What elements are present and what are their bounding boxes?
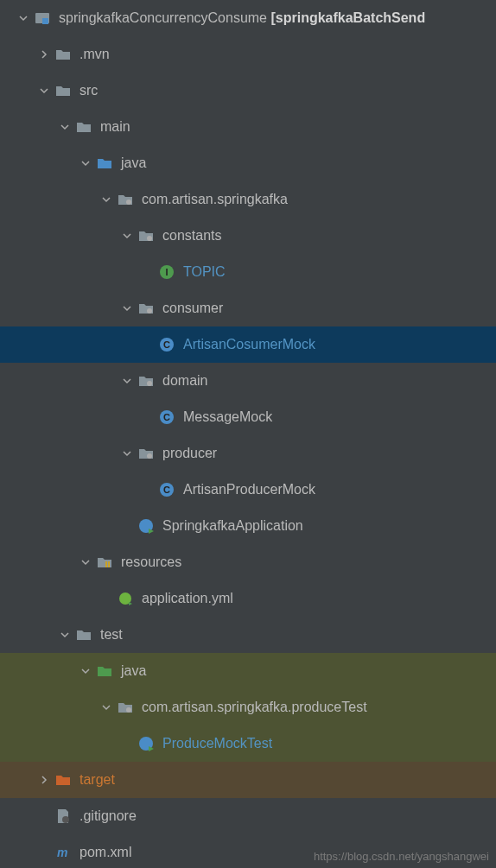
chevron-right-icon (40, 50, 48, 59)
svg-text:C: C (163, 412, 170, 422)
tree-item-label: producer (162, 446, 217, 461)
tree-item-label: SpringkafkaApplication (162, 518, 303, 534)
chevron-down-icon (123, 377, 131, 385)
tree-item-constants[interactable]: constants (0, 218, 496, 254)
source-folder-icon (97, 155, 112, 171)
svg-text:m: m (57, 846, 67, 859)
tree-item-label: consumer (162, 301, 223, 316)
svg-point-2 (126, 200, 131, 205)
tree-item-label: domain (162, 373, 207, 389)
package-icon (138, 446, 154, 461)
svg-point-12 (147, 453, 152, 459)
svg-text:C: C (163, 339, 170, 350)
tree-item-main[interactable]: main (0, 109, 496, 145)
tree-item-label: ArtisanProducerMock (183, 482, 315, 497)
tree-item-label: .mvn (79, 47, 110, 62)
chevron-down-icon (60, 630, 69, 639)
test-folder-icon (97, 663, 112, 679)
tree-item-domain[interactable]: domain (0, 363, 496, 399)
interface-icon: I (159, 264, 175, 280)
svg-text:I: I (165, 267, 168, 277)
tree-item-target[interactable]: target (0, 762, 496, 798)
tree-item-gitignore[interactable]: .gitignore (0, 798, 496, 834)
tree-item-label: java (121, 155, 146, 171)
tree-item-message-mock[interactable]: C MessageMock (0, 399, 496, 435)
package-icon (138, 228, 154, 244)
folder-icon (76, 119, 92, 135)
tree-item-label: .gitignore (79, 808, 137, 824)
tree-item-src[interactable]: src (0, 73, 496, 109)
tree-item-produce-mock-test[interactable]: ProduceMockTest (0, 725, 496, 762)
file-icon (55, 808, 71, 824)
tree-item-producer[interactable]: producer (0, 435, 496, 472)
tree-item-label: com.artisan.springkafka (142, 192, 288, 207)
tree-item-springkafka-application[interactable]: SpringkafkaApplication (0, 508, 496, 544)
folder-icon (55, 47, 71, 62)
chevron-down-icon (81, 558, 90, 567)
tree-item-label: application.yml (142, 591, 233, 606)
tree-item-label: target (79, 772, 115, 788)
folder-icon (55, 83, 71, 98)
package-icon (138, 301, 154, 316)
tree-item-package[interactable]: com.artisan.springkafka (0, 181, 496, 218)
svg-point-3 (147, 236, 152, 241)
tree-item-artisan-consumer-mock[interactable]: C ArtisanCosumerMock (0, 326, 496, 363)
folder-icon (76, 627, 92, 643)
chevron-down-icon (123, 231, 131, 240)
chevron-right-icon (40, 776, 48, 784)
tree-item-test-package[interactable]: com.artisan.springkafka.produceTest (0, 689, 496, 725)
tree-item-consumer[interactable]: consumer (0, 290, 496, 326)
chevron-down-icon (123, 304, 131, 313)
tree-item-label: MessageMock (183, 409, 272, 425)
svg-rect-17 (108, 561, 110, 567)
svg-point-19 (126, 707, 131, 713)
chevron-down-icon (81, 159, 90, 168)
class-icon: C (159, 409, 175, 425)
svg-text:C: C (163, 485, 170, 495)
svg-point-9 (147, 381, 152, 386)
tree-item-label: springkafkaConcurrencyConsume (59, 10, 267, 26)
tree-item-label: ProduceMockTest (162, 736, 272, 751)
package-icon (118, 192, 133, 207)
tree-item-label: src (79, 83, 98, 98)
svg-point-21 (62, 816, 69, 823)
class-icon: C (159, 482, 175, 497)
chevron-down-icon (81, 667, 90, 675)
class-icon: C (159, 337, 175, 352)
run-class-icon (138, 736, 154, 751)
tree-item-artisan-producer-mock[interactable]: C ArtisanProducerMock (0, 472, 496, 508)
tree-item-topic[interactable]: I TOPIC (0, 254, 496, 290)
tree-item-java[interactable]: java (0, 145, 496, 181)
tree-item-resources[interactable]: resources (0, 544, 496, 580)
tree-item-label: constants (162, 228, 221, 244)
svg-rect-16 (105, 561, 107, 567)
chevron-down-icon (19, 14, 28, 22)
resources-folder-icon (97, 554, 112, 570)
run-class-icon (138, 518, 154, 534)
package-icon (138, 373, 154, 389)
tree-item-label: test (100, 627, 123, 643)
tree-item-application-yml[interactable]: application.yml (0, 580, 496, 617)
tree-item-suffix: [springkafkaBatchSend (270, 10, 425, 26)
package-icon (118, 700, 133, 715)
svg-rect-1 (42, 18, 48, 24)
tree-item-label: java (121, 663, 146, 679)
tree-item-test-java[interactable]: java (0, 653, 496, 689)
chevron-down-icon (40, 86, 48, 95)
tree-item-label: ArtisanCosumerMock (183, 337, 315, 352)
maven-icon: m (55, 845, 71, 860)
excluded-folder-icon (55, 772, 71, 788)
tree-item-label: main (100, 119, 130, 135)
tree-item-root[interactable]: springkafkaConcurrencyConsume [springkaf… (0, 0, 496, 36)
tree-item-mvn[interactable]: .mvn (0, 36, 496, 73)
chevron-down-icon (102, 195, 111, 204)
module-icon (35, 10, 50, 26)
tree-item-test[interactable]: test (0, 617, 496, 653)
svg-point-6 (147, 308, 152, 314)
watermark: https://blog.csdn.net/yangshangwei (314, 850, 489, 863)
chevron-down-icon (123, 449, 131, 458)
tree-item-label: pom.xml (79, 845, 131, 860)
yaml-spring-icon (118, 591, 133, 606)
tree-item-label: TOPIC (183, 264, 226, 280)
tree-item-label: resources (121, 554, 181, 570)
